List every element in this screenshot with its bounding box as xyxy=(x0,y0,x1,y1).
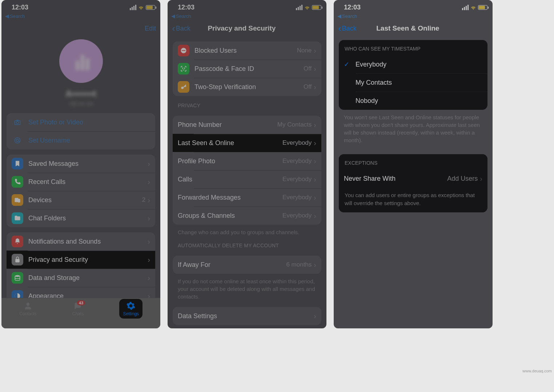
row-recent-calls[interactable]: Recent Calls› xyxy=(7,173,155,191)
row-two-step-verification[interactable]: Two-Step VerificationOff› xyxy=(173,78,321,96)
profile-phone: +9 ••• ••• xyxy=(1,100,160,108)
chevron-right-icon: › xyxy=(148,237,150,246)
chevron-right-icon: › xyxy=(314,193,316,202)
svg-point-7 xyxy=(15,275,20,277)
status-bar: 12:03 xyxy=(168,0,326,12)
row-forwarded-messages[interactable]: Forwarded MessagesEverybody› xyxy=(173,188,321,207)
section-footer-timestamp: You won't see Last Seen and Online statu… xyxy=(334,110,493,144)
row-saved-messages[interactable]: Saved Messages› xyxy=(7,155,155,173)
chats-badge: 43 xyxy=(77,300,85,305)
svg-rect-6 xyxy=(15,259,20,262)
profile-header: A•••••••t +9 ••• ••• xyxy=(1,39,160,108)
chevron-right-icon: › xyxy=(314,121,316,129)
key-icon xyxy=(178,81,189,93)
option-everybody[interactable]: ✓Everybody xyxy=(339,55,487,73)
svg-point-9 xyxy=(26,303,29,306)
camera-icon xyxy=(12,116,23,128)
row-chat-folders[interactable]: Chat Folders› xyxy=(7,209,155,227)
row-data-settings[interactable]: Data Settings› xyxy=(173,307,321,325)
row-devices[interactable]: Devices2› xyxy=(7,191,155,209)
battery-icon xyxy=(312,5,321,10)
status-time: 12:03 xyxy=(178,4,194,11)
row-blocked-users[interactable]: Blocked UsersNone› xyxy=(173,41,321,60)
section-header-exceptions: EXCEPTIONS xyxy=(339,154,487,169)
back-to-search[interactable]: ◀Search xyxy=(334,12,493,20)
svg-point-1 xyxy=(16,121,19,124)
option-my-contacts[interactable]: My Contacts xyxy=(339,73,487,92)
row-passcode-face-id[interactable]: Passcode & Face IDOff› xyxy=(173,60,321,78)
chevron-right-icon: › xyxy=(148,274,150,282)
back-to-search[interactable]: ◀Search xyxy=(1,12,160,20)
nav-bar: Edit xyxy=(1,20,160,36)
set-photo-row[interactable]: Set Photo or Video xyxy=(7,113,155,131)
row-notifications-and-sounds[interactable]: Notifications and Sounds› xyxy=(7,232,155,251)
tab-contacts[interactable]: Contacts xyxy=(19,301,36,316)
avatar[interactable] xyxy=(59,39,103,83)
group-autodelete: If Away For6 months› xyxy=(173,256,321,274)
section-header-timestamp: WHO CAN SEE MY TIMESTAMP xyxy=(339,40,487,55)
status-time: 12:03 xyxy=(12,4,28,11)
bell-icon xyxy=(12,236,23,247)
chevron-right-icon: › xyxy=(314,312,316,320)
wifi-icon xyxy=(304,5,310,10)
settings-icon xyxy=(125,301,136,311)
svg-point-3 xyxy=(16,139,19,142)
page-title: Last Seen & Online xyxy=(334,24,488,32)
group-privacy: Phone NumberMy Contacts›Last Seen & Onli… xyxy=(173,116,321,225)
chevron-right-icon: › xyxy=(148,196,150,204)
option-nobody[interactable]: Nobody xyxy=(339,92,487,110)
chevron-right-icon: › xyxy=(148,214,150,223)
never-share-row[interactable]: Never Share With Add Users › xyxy=(339,169,487,188)
block-icon xyxy=(178,45,189,56)
wifi-icon xyxy=(138,5,144,10)
group-general: Saved Messages›Recent Calls›Devices2›Cha… xyxy=(7,155,155,227)
signal-icon xyxy=(462,5,469,10)
chevron-right-icon: › xyxy=(148,160,150,168)
edit-button[interactable]: Edit xyxy=(145,25,156,32)
tab-settings[interactable]: Settings xyxy=(119,299,142,319)
page-title: Privacy and Security xyxy=(168,24,322,32)
battery-icon xyxy=(478,5,487,10)
section-footer-autodelete: If you do not come online at least once … xyxy=(168,274,326,300)
chevron-right-icon: › xyxy=(480,175,482,183)
chevron-right-icon: › xyxy=(314,157,316,165)
screen-lastseen: 12:03 ◀Search ‹Back Last Seen & Online W… xyxy=(334,0,493,328)
signal-icon xyxy=(130,5,136,10)
row-privacy-and-security[interactable]: Privacy and Security› xyxy=(7,251,155,269)
chevron-right-icon: › xyxy=(314,83,316,91)
row-if-away-for[interactable]: If Away For6 months› xyxy=(173,256,321,274)
devices-icon xyxy=(12,194,23,206)
tab-chats[interactable]: 43 Chats xyxy=(72,301,84,316)
row-last-seen-online[interactable]: Last Seen & OnlineEverybody› xyxy=(173,134,321,152)
screen-settings: 12:03 ◀Search Edit A•••••••t +9 ••• ••• … xyxy=(1,0,160,328)
section-header-privacy: PRIVACY xyxy=(168,96,326,111)
tab-bar: Contacts 43 Chats Settings xyxy=(1,298,160,328)
back-to-search[interactable]: ◀Search xyxy=(168,12,326,20)
wifi-icon xyxy=(470,5,477,10)
svg-point-12 xyxy=(182,68,183,69)
group-security: Blocked UsersNone›Passcode & Face IDOff›… xyxy=(173,41,321,96)
svg-point-14 xyxy=(181,87,184,89)
set-username-row[interactable]: Set Username xyxy=(7,131,155,149)
nav-bar: ‹Back Last Seen & Online xyxy=(334,20,493,36)
contacts-icon xyxy=(23,301,33,311)
profile-name: A•••••••t xyxy=(1,89,160,99)
lock-icon xyxy=(12,254,23,265)
group-data: Data Settings› xyxy=(173,307,321,325)
row-data-and-storage[interactable]: Data and Storage› xyxy=(7,269,155,287)
group-timestamp: WHO CAN SEE MY TIMESTAMP ✓EverybodyMy Co… xyxy=(339,40,487,110)
row-profile-photo[interactable]: Profile PhotoEverybody› xyxy=(173,152,321,170)
chevron-right-icon: › xyxy=(148,178,150,186)
section-footer-exceptions: You can add users or entire groups as ex… xyxy=(339,188,487,212)
bookmark-icon xyxy=(12,158,23,169)
phone-icon xyxy=(12,176,23,188)
svg-rect-5 xyxy=(18,199,20,203)
row-groups-channels[interactable]: Groups & ChannelsEverybody› xyxy=(173,207,321,225)
group-exceptions: EXCEPTIONS Never Share With Add Users › … xyxy=(339,154,487,212)
section-header-autodelete: AUTOMATICALLY DELETE MY ACCOUNT xyxy=(168,236,326,251)
watermark: www.deuaq.com xyxy=(522,369,552,373)
row-calls[interactable]: CallsEverybody› xyxy=(173,170,321,188)
chevron-right-icon: › xyxy=(314,65,316,73)
row-phone-number[interactable]: Phone NumberMy Contacts› xyxy=(173,116,321,134)
status-bar: 12:03 xyxy=(1,0,160,12)
